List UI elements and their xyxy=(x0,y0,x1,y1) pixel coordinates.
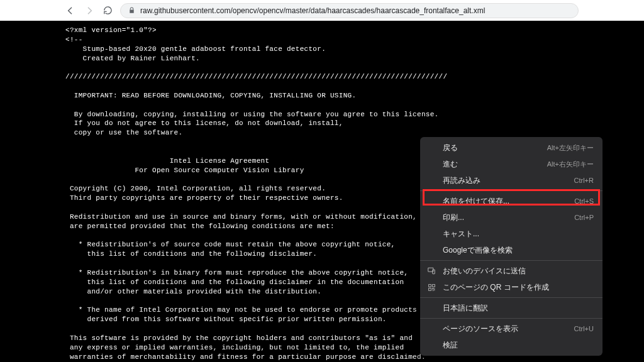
browser-toolbar: raw.githubusercontent.com/opencv/opencv/… xyxy=(0,0,644,21)
reload-button[interactable] xyxy=(103,6,113,15)
forward-button[interactable] xyxy=(84,6,94,16)
context-menu-item-label: 日本語に翻訳 xyxy=(443,303,594,314)
context-menu-separator xyxy=(420,190,602,191)
context-menu-item-label: ページのソースを表示 xyxy=(443,324,568,334)
context-menu-separator xyxy=(420,318,602,319)
context-menu-item-shortcut: Alt+右矢印キー xyxy=(547,160,594,169)
context-menu-item-label: 再読み込み xyxy=(443,175,568,186)
context-menu-item-label: 検証 xyxy=(443,340,594,351)
context-menu-item-shortcut: Ctrl+S xyxy=(574,197,594,205)
qr-icon xyxy=(426,283,436,292)
context-menu-separator xyxy=(420,297,602,298)
context-menu-item[interactable]: キャスト... xyxy=(420,226,602,242)
context-menu-item-label: 戻る xyxy=(443,143,541,153)
context-menu-item[interactable]: 印刷...Ctrl+P xyxy=(420,209,602,226)
nav-buttons xyxy=(65,6,113,16)
context-menu-item-label: 名前を付けて保存... xyxy=(443,196,568,207)
context-menu-item-label: 印刷... xyxy=(443,212,568,223)
back-button[interactable] xyxy=(65,6,75,16)
context-menu-item[interactable]: 再読み込みCtrl+R xyxy=(420,172,602,189)
lock-icon xyxy=(128,7,135,14)
context-menu: 戻るAlt+左矢印キー進むAlt+右矢印キー再読み込みCtrl+R名前を付けて保… xyxy=(420,137,602,356)
context-menu-item-shortcut: Ctrl+U xyxy=(574,325,594,332)
url-text: raw.githubusercontent.com/opencv/opencv/… xyxy=(140,6,485,15)
context-menu-item[interactable]: 進むAlt+右矢印キー xyxy=(420,156,602,172)
context-menu-item-shortcut: Ctrl+R xyxy=(574,177,594,184)
address-bar[interactable]: raw.githubusercontent.com/opencv/opencv/… xyxy=(120,3,579,18)
context-menu-item[interactable]: Googleで画像を検索 xyxy=(420,242,602,258)
context-menu-item[interactable]: 名前を付けて保存...Ctrl+S xyxy=(420,193,602,209)
context-menu-item-label: お使いのデバイスに送信 xyxy=(443,266,594,277)
device-icon xyxy=(426,266,436,275)
context-menu-item-label: Googleで画像を検索 xyxy=(443,245,594,256)
context-menu-item[interactable]: 日本語に翻訳 xyxy=(420,300,602,316)
context-menu-item-label: キャスト... xyxy=(443,229,594,239)
context-menu-item[interactable]: お使いのデバイスに送信 xyxy=(420,263,602,279)
context-menu-item[interactable]: このページの QR コードを作成 xyxy=(420,279,602,295)
svg-rect-4 xyxy=(428,288,431,290)
context-menu-item-shortcut: Ctrl+P xyxy=(574,214,594,221)
svg-rect-3 xyxy=(432,284,435,287)
svg-rect-2 xyxy=(428,284,431,287)
context-menu-item-label: 進む xyxy=(443,159,541,170)
context-menu-item-shortcut: Alt+左矢印キー xyxy=(547,143,594,153)
context-menu-item[interactable]: 検証 xyxy=(420,337,602,353)
context-menu-item[interactable]: 戻るAlt+左矢印キー xyxy=(420,140,602,156)
context-menu-item-label: このページの QR コードを作成 xyxy=(443,282,594,293)
context-menu-separator xyxy=(420,260,602,261)
context-menu-item[interactable]: ページのソースを表示Ctrl+U xyxy=(420,321,602,337)
